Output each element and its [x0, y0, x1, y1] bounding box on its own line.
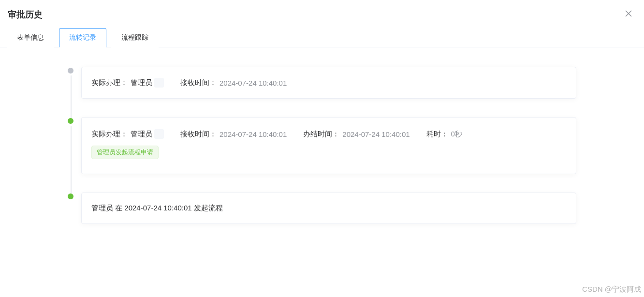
- close-icon: [625, 10, 632, 17]
- timeline-dot-icon: [68, 118, 73, 124]
- receive-time-value: 2024-07-24 10:40:01: [220, 130, 287, 138]
- timeline-dot-icon: [68, 68, 73, 74]
- receive-time-field: 接收时间： 2024-07-24 10:40:01: [180, 78, 287, 88]
- timeline-item: 管理员 在 2024-07-24 10:40:01 发起流程: [81, 193, 576, 224]
- watermark: CSDN @宁波阿成: [582, 285, 641, 294]
- avatar-icon: [154, 129, 164, 139]
- duration-label: 耗时：: [426, 130, 448, 139]
- avatar-icon: [154, 78, 164, 88]
- duration-field: 耗时： 0秒: [426, 130, 462, 139]
- timeline-connector: [71, 126, 72, 196]
- status-tag: 管理员发起流程申请: [91, 146, 159, 159]
- tab-form-info[interactable]: 表单信息: [7, 28, 54, 47]
- timeline-card: 实际办理： 管理员 接收时间： 2024-07-24 10:40:01 办结时间…: [81, 117, 576, 174]
- timeline-card: 实际办理： 管理员 接收时间： 2024-07-24 10:40:01: [81, 67, 576, 99]
- close-button[interactable]: [623, 8, 634, 21]
- receive-time-value: 2024-07-24 10:40:01: [220, 79, 287, 87]
- receive-time-field: 接收时间： 2024-07-24 10:40:01: [180, 130, 287, 139]
- initiate-text: 管理员 在 2024-07-24 10:40:01 发起流程: [91, 204, 566, 213]
- finish-time-label: 办结时间：: [303, 130, 339, 139]
- tab-flow-trace[interactable]: 流程跟踪: [111, 28, 159, 47]
- timeline-connector: [71, 75, 72, 121]
- tab-content: 实际办理： 管理员 接收时间： 2024-07-24 10:40:01: [0, 47, 644, 238]
- timeline: 实际办理： 管理员 接收时间： 2024-07-24 10:40:01: [68, 67, 576, 224]
- handler-field: 实际办理： 管理员: [91, 129, 164, 139]
- receive-time-label: 接收时间：: [180, 130, 217, 139]
- receive-time-label: 接收时间：: [180, 78, 217, 88]
- handler-field: 实际办理： 管理员: [91, 78, 164, 88]
- timeline-dot-icon: [68, 193, 73, 199]
- timeline-item: 实际办理： 管理员 接收时间： 2024-07-24 10:40:01: [81, 67, 576, 117]
- finish-time-value: 2024-07-24 10:40:01: [342, 130, 410, 138]
- handler-label: 实际办理：: [91, 78, 128, 88]
- duration-value: 0秒: [451, 130, 462, 139]
- finish-time-field: 办结时间： 2024-07-24 10:40:01: [303, 130, 410, 139]
- dialog-title: 审批历史: [8, 9, 43, 20]
- handler-value: 管理员: [131, 130, 152, 139]
- timeline-card: 管理员 在 2024-07-24 10:40:01 发起流程: [81, 193, 576, 224]
- tabs-container: 表单信息 流转记录 流程跟踪: [0, 28, 644, 47]
- tab-flow-record[interactable]: 流转记录: [59, 28, 106, 47]
- timeline-item: 实际办理： 管理员 接收时间： 2024-07-24 10:40:01 办结时间…: [81, 117, 576, 193]
- dialog-header: 审批历史: [0, 0, 644, 25]
- handler-label: 实际办理：: [91, 130, 128, 139]
- handler-value: 管理员: [131, 78, 152, 88]
